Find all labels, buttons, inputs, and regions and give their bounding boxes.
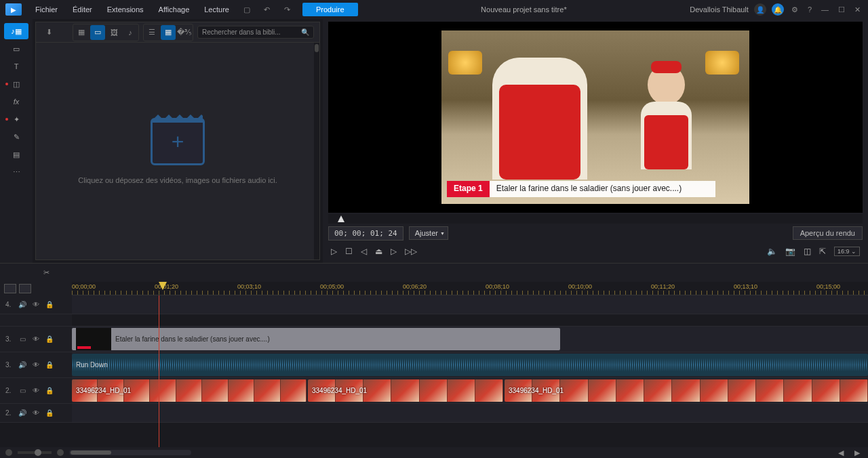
popout-icon[interactable]: ⇱: [819, 247, 826, 256]
lock-icon[interactable]: 🔒: [45, 301, 54, 308]
help-icon[interactable]: ?: [806, 5, 814, 14]
view-detail-icon[interactable]: �⅗: [177, 25, 192, 40]
play-icon[interactable]: ▷: [331, 247, 337, 256]
track-3-audio: 3.🔊👁🔒 Run Down: [0, 352, 868, 378]
app-logo-icon: ▶: [5, 3, 22, 16]
transition-room-icon[interactable]: ◫: [4, 76, 28, 92]
track-3-video: 3.▭👁🔒 Etaler la farine dans le saladier …: [0, 327, 868, 352]
preview-frame: Etape 1 Etaler la farine dans le saladie…: [441, 30, 749, 204]
preview-viewport[interactable]: Etape 1 Etaler la farine dans le saladie…: [328, 22, 863, 213]
video-clip-2[interactable]: 33496234_HD_01: [308, 379, 503, 402]
timeline-toolbar: ✂: [0, 263, 868, 282]
video-track-icon: ▭: [18, 335, 27, 343]
audio-track-icon: 🔊: [18, 361, 27, 369]
aspect-ratio-select[interactable]: 16:9 ⌄: [834, 247, 860, 256]
view-list-icon[interactable]: ☰: [144, 25, 159, 40]
view-grid-icon[interactable]: ▦: [161, 25, 176, 40]
left-toolbar: ♪▦ ▭ T ◫ fx ✦ ✎ ▤ ⋯: [0, 19, 33, 263]
caption-overlay: Etape 1 Etaler la farine dans le saladie…: [447, 181, 715, 197]
filter-media-icon[interactable]: ▦: [74, 25, 89, 40]
stop-icon[interactable]: ☐: [345, 247, 353, 256]
pip-room-icon[interactable]: ▭: [4, 41, 28, 57]
visibility-icon[interactable]: 👁: [31, 335, 41, 343]
render-preview-button[interactable]: Aperçu du rendu: [793, 226, 863, 240]
lock-icon[interactable]: 🔒: [45, 335, 54, 343]
preview-scrubber[interactable]: [328, 214, 863, 224]
redo-icon[interactable]: ↷: [279, 1, 296, 18]
filter-video-icon[interactable]: ▭: [90, 25, 105, 40]
user-avatar-icon[interactable]: 👤: [754, 3, 766, 16]
audio-track-icon: 🔊: [18, 409, 27, 417]
filter-image-icon[interactable]: 🖼: [106, 25, 121, 40]
dual-view-icon[interactable]: ◫: [804, 247, 811, 256]
timecode-display[interactable]: 00; 00; 01; 24: [328, 226, 403, 241]
timeline: 00;00;00 00;01;20 00;03;10 00;05;00 00;0…: [0, 282, 868, 458]
media-scrollbar[interactable]: [314, 43, 319, 259]
project-title: Nouveau projet sans titre*: [359, 5, 689, 14]
next-frame-icon[interactable]: ▷: [391, 247, 397, 256]
lock-icon[interactable]: 🔒: [45, 409, 54, 417]
track-view-b-icon[interactable]: [19, 284, 31, 293]
add-media-icon: [151, 118, 205, 165]
menu-file[interactable]: Fichier: [28, 3, 64, 16]
clip-label: 33496234_HD_01: [509, 387, 564, 394]
audio-clip[interactable]: Run Down: [72, 354, 868, 376]
particle-room-icon[interactable]: ✦: [4, 111, 28, 127]
visibility-icon[interactable]: 👁: [31, 387, 41, 394]
track-view-a-icon[interactable]: [4, 284, 16, 293]
lock-icon[interactable]: 🔒: [45, 387, 54, 394]
timeline-next-icon[interactable]: ▶: [852, 449, 863, 457]
zoom-out-icon[interactable]: [5, 449, 12, 456]
fx-room-icon[interactable]: fx: [4, 93, 28, 110]
fit-select[interactable]: Ajuster: [409, 226, 448, 240]
menu-playback[interactable]: Lecture: [197, 3, 236, 16]
timeline-h-scrollbar[interactable]: [69, 450, 191, 455]
video-clip-3[interactable]: 33496234_HD_01: [505, 379, 868, 402]
menu-edit[interactable]: Éditer: [66, 3, 99, 16]
import-icon[interactable]: ⬇: [41, 25, 56, 40]
step-icon[interactable]: ⏏: [375, 247, 382, 256]
title-clip[interactable]: Etaler la farine dans le saladier (sans …: [72, 328, 560, 350]
search-input[interactable]: Rechercher dans la bibli... 🔍: [197, 26, 314, 39]
clip-label: 33496234_HD_01: [312, 387, 367, 394]
notifications-icon[interactable]: 🔔: [772, 3, 784, 16]
title-room-icon[interactable]: T: [4, 58, 28, 75]
maximize-icon[interactable]: ☐: [836, 5, 847, 14]
undo-icon[interactable]: ↶: [259, 1, 275, 18]
close-icon[interactable]: ✕: [852, 5, 863, 14]
razor-tool-icon[interactable]: ✂: [43, 268, 50, 277]
produce-button[interactable]: Produire: [302, 3, 358, 16]
fast-forward-icon[interactable]: ▷▷: [405, 247, 417, 256]
zoom-slider[interactable]: [18, 451, 52, 454]
media-room-icon[interactable]: ♪▦: [4, 23, 28, 39]
visibility-icon[interactable]: 👁: [31, 361, 41, 369]
timeline-ruler[interactable]: 00;00;00 00;01;20 00;03;10 00;05;00 00;0…: [72, 282, 868, 295]
more-rooms-icon[interactable]: ⋯: [4, 164, 28, 180]
track-2-audio: 2.🔊👁🔒: [0, 404, 868, 423]
menu-extensions[interactable]: Extensions: [100, 3, 151, 16]
zoom-in-icon[interactable]: [57, 449, 64, 456]
timeline-prev-icon[interactable]: ◀: [835, 449, 846, 457]
menu-view[interactable]: Affichage: [152, 3, 197, 16]
filter-audio-icon[interactable]: ♪: [123, 25, 138, 40]
track-gap: [0, 314, 868, 327]
lock-icon[interactable]: 🔒: [45, 361, 54, 369]
visibility-icon[interactable]: 👁: [31, 409, 41, 417]
prev-frame-icon[interactable]: ◁: [361, 247, 367, 256]
caption-text: Etaler la farine dans le saladier (sans …: [490, 181, 715, 197]
save-icon[interactable]: ▢: [239, 1, 255, 18]
snapshot-icon[interactable]: 📷: [785, 247, 795, 256]
preview-panel: Etape 1 Etaler la farine dans le saladie…: [323, 19, 868, 263]
settings-icon[interactable]: ⚙: [789, 5, 800, 14]
scrub-playhead-icon[interactable]: [338, 215, 344, 222]
visibility-icon[interactable]: 👁: [31, 301, 41, 308]
volume-icon[interactable]: 🔈: [767, 247, 777, 256]
minimize-icon[interactable]: —: [819, 5, 831, 14]
media-drop-zone[interactable]: Cliquez ou déposez des vidéos, images ou…: [36, 43, 319, 259]
video-clip-1[interactable]: 33496234_HD_01: [72, 379, 307, 402]
caption-step: Etape 1: [447, 181, 490, 197]
clip-label: 33496234_HD_01: [76, 387, 131, 394]
audio-room-icon[interactable]: ✎: [4, 129, 28, 145]
video-track-icon: ▭: [18, 387, 27, 394]
subtitle-room-icon[interactable]: ▤: [4, 146, 28, 163]
